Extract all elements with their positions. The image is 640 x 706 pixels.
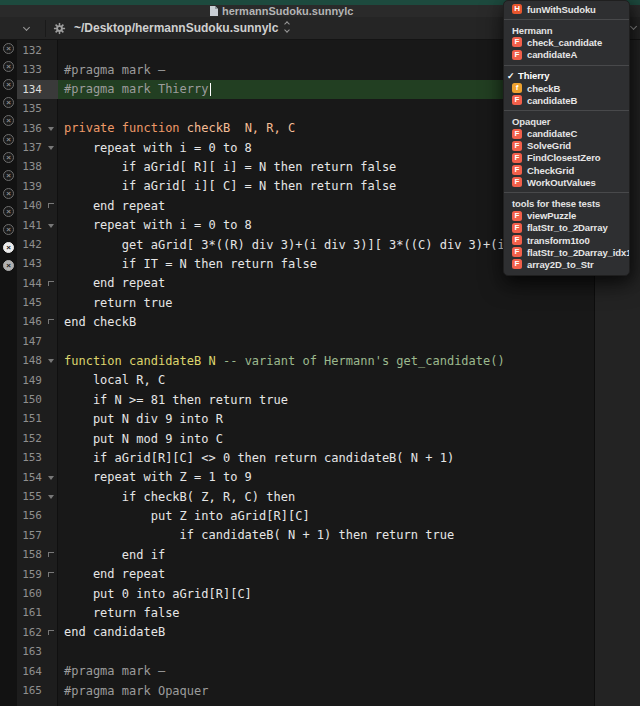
menu-section-header[interactable]: ✓Thierry — [504, 70, 629, 82]
menu-item[interactable]: Fcheck_candidate — [504, 36, 629, 48]
line-number[interactable]: 162 — [22, 626, 42, 639]
line-number[interactable]: 155 — [22, 490, 42, 503]
breakpoint-icon[interactable]: × — [3, 43, 14, 54]
line-number[interactable]: 143 — [22, 257, 42, 270]
gutter-row[interactable]: 145 — [17, 293, 58, 312]
code-line[interactable] — [58, 642, 594, 661]
line-number[interactable]: 133 — [22, 63, 42, 76]
fold-start-icon[interactable] — [48, 359, 54, 363]
breakpoint-icon[interactable]: × — [3, 134, 14, 145]
breakpoint-icon[interactable]: × — [3, 188, 14, 199]
fold-start-icon[interactable] — [48, 127, 54, 131]
code-line[interactable]: if checkB( Z, R, C) then — [58, 487, 594, 506]
code-line[interactable]: end candidateB — [58, 623, 594, 642]
menu-item[interactable]: FWorkOutValues — [504, 176, 629, 188]
breakpoint-icon[interactable]: × — [3, 152, 14, 163]
gutter-row[interactable]: 143 — [17, 254, 58, 273]
line-number[interactable]: 163 — [22, 645, 42, 658]
line-number[interactable]: 150 — [22, 393, 42, 406]
menu-item[interactable]: FcandidateA — [504, 49, 629, 61]
gutter-row[interactable]: 146 — [17, 312, 58, 331]
line-number[interactable]: 139 — [22, 180, 42, 193]
menu-item[interactable]: Ftransform1to0 — [504, 234, 629, 246]
gutter-row[interactable]: 160 — [17, 584, 58, 603]
code-line[interactable]: return false — [58, 603, 594, 622]
fold-start-icon[interactable] — [48, 476, 54, 480]
gutter-row[interactable]: 151 — [17, 409, 58, 428]
file-path[interactable]: ~/Desktop/hermannSudoku.sunnylc — [74, 21, 278, 35]
gutter-row[interactable]: 165 — [17, 681, 58, 700]
menu-item[interactable]: Farray2D_to_Str — [504, 258, 629, 270]
breakpoint-icon[interactable]: × — [3, 115, 14, 126]
line-number[interactable]: 134 — [22, 83, 42, 96]
menu-section-header[interactable]: tools for these tests — [504, 197, 629, 209]
gear-icon[interactable] — [53, 22, 66, 35]
menu-item[interactable]: FCheckGrid — [504, 164, 629, 176]
code-line[interactable]: if N >= 81 then return true — [58, 390, 594, 409]
line-number[interactable]: 137 — [22, 141, 42, 154]
gutter-row[interactable]: 156 — [17, 506, 58, 525]
gutter-row[interactable]: 141 — [17, 216, 58, 235]
gutter-row[interactable]: 162 — [17, 623, 58, 642]
line-number[interactable]: 141 — [22, 219, 42, 232]
menu-item[interactable]: FflatStr_to_2Darray — [504, 222, 629, 234]
fold-start-icon[interactable] — [48, 224, 54, 228]
gutter-row[interactable]: 159 — [17, 565, 58, 584]
gutter-row[interactable]: 153 — [17, 448, 58, 467]
code-line[interactable]: #pragma mark Opaquer — [58, 681, 594, 700]
breakpoint-icon[interactable]: × — [3, 260, 14, 271]
code-line[interactable]: put 0 into aGrid[R][C] — [58, 584, 594, 603]
line-number[interactable]: 154 — [22, 471, 42, 484]
code-line[interactable]: end repeat — [58, 274, 594, 293]
gutter-row[interactable]: 140 — [17, 196, 58, 215]
gutter-row[interactable]: 163 — [17, 642, 58, 661]
menu-item[interactable]: FflatStr_to_2Darray_idx1 — [504, 246, 629, 258]
code-line[interactable]: return true — [58, 293, 594, 312]
line-number[interactable]: 165 — [22, 684, 42, 697]
menu-section-header[interactable]: Hermann — [504, 24, 629, 36]
line-number[interactable]: 132 — [22, 44, 42, 57]
line-number[interactable]: 145 — [22, 296, 42, 309]
fold-start-icon[interactable] — [48, 495, 54, 499]
gutter-row[interactable]: 154 — [17, 468, 58, 487]
code-line[interactable]: #pragma mark — — [58, 662, 594, 681]
gutter-row[interactable]: 157 — [17, 526, 58, 545]
fold-start-icon[interactable] — [48, 146, 54, 150]
code-line[interactable]: end repeat — [58, 565, 594, 584]
line-number[interactable]: 161 — [22, 606, 42, 619]
line-number[interactable]: 152 — [22, 432, 42, 445]
line-number[interactable]: 136 — [22, 122, 42, 135]
fold-end-icon[interactable] — [48, 630, 54, 635]
line-number[interactable]: 138 — [22, 160, 42, 173]
menu-item[interactable]: FviewPuzzle — [504, 210, 629, 222]
gutter-row[interactable]: 164 — [17, 662, 58, 681]
menu-item[interactable]: FcandidateC — [504, 128, 629, 140]
line-number[interactable]: 144 — [22, 277, 42, 290]
gutter-row[interactable]: 150 — [17, 390, 58, 409]
gutter-row[interactable]: 137 — [17, 138, 58, 157]
breakpoint-icon[interactable]: × — [3, 206, 14, 217]
breakpoint-icon[interactable]: × — [3, 61, 14, 72]
gutter-row[interactable]: 142 — [17, 235, 58, 254]
code-line[interactable]: repeat with Z = 1 to 9 — [58, 468, 594, 487]
breakpoint-icon[interactable]: × — [3, 79, 14, 90]
line-number[interactable]: 140 — [22, 199, 42, 212]
gutter-row[interactable]: 132 — [17, 41, 58, 60]
gutter-row[interactable]: 158 — [17, 545, 58, 564]
gutter-row[interactable]: 133 — [17, 60, 58, 79]
line-number[interactable]: 149 — [22, 374, 42, 387]
breakpoint-icon[interactable]: × — [3, 170, 14, 181]
gutter-row[interactable]: 161 — [17, 603, 58, 622]
code-line[interactable]: put Z into aGrid[R][C] — [58, 506, 594, 525]
menu-item[interactable]: HfunWithSudoku — [504, 3, 629, 15]
code-line[interactable]: end if — [58, 545, 594, 564]
code-line[interactable] — [58, 332, 594, 351]
line-number[interactable]: 164 — [22, 665, 42, 678]
code-line[interactable]: end checkB — [58, 312, 594, 331]
gutter-row[interactable]: 139 — [17, 177, 58, 196]
line-number[interactable]: 160 — [22, 587, 42, 600]
code-line[interactable]: put N mod 9 into C — [58, 429, 594, 448]
gutter-row[interactable]: 149 — [17, 371, 58, 390]
fold-end-icon[interactable] — [48, 572, 54, 577]
code-line[interactable]: function candidateB N -- variant of Herm… — [58, 351, 594, 370]
